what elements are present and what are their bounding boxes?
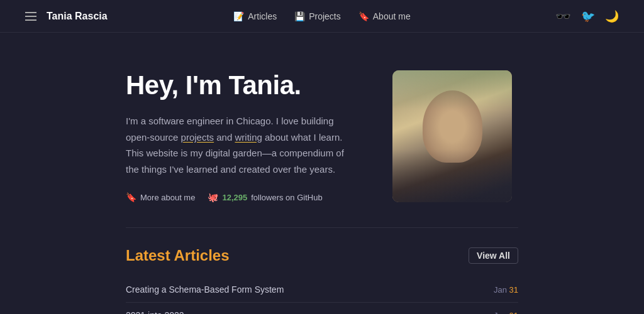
dark-mode-button[interactable]: 🌙 <box>605 9 619 23</box>
articles-section-title: Latest Articles <box>126 247 230 264</box>
hamburger-menu[interactable] <box>25 12 36 21</box>
description-middle: and <box>214 132 235 143</box>
nav-right: 🕶️ 🐦 🌙 <box>470 9 619 24</box>
article-date-1: Jan 01 <box>494 311 518 315</box>
article-month-1: Jan <box>494 311 507 315</box>
article-day-1: 01 <box>509 311 518 315</box>
article-title-1: 2021 into 2022 <box>126 310 184 314</box>
github-suffix: followers on GitHub <box>251 193 322 202</box>
github-followers: 🐙 12,295 followers on GitHub <box>208 192 322 202</box>
twitter-button[interactable]: 🐦 <box>581 9 595 23</box>
articles-header: Latest Articles View All <box>126 247 518 264</box>
hero-description: I'm a software engineer in Chicago. I lo… <box>126 113 355 177</box>
articles-icon: 📝 <box>233 11 244 21</box>
more-about-icon: 🔖 <box>126 192 136 202</box>
hero-title: Hey, I'm Tania. <box>126 70 355 100</box>
hero-section: Hey, I'm Tania. I'm a software engineer … <box>0 33 644 227</box>
writing-link[interactable]: writing <box>235 132 262 143</box>
view-all-button[interactable]: View All <box>469 247 518 264</box>
nav-left: Tania Rascia <box>25 11 174 22</box>
nav-label-articles: Articles <box>248 11 277 21</box>
navbar: Tania Rascia 📝 Articles 💾 Projects 🔖 Abo… <box>0 0 644 33</box>
article-row: Creating a Schema-Based Form System Jan … <box>126 277 518 303</box>
site-title: Tania Rascia <box>47 11 108 22</box>
article-title-0: Creating a Schema-Based Form System <box>126 284 284 295</box>
glasses-button[interactable]: 🕶️ <box>555 9 571 24</box>
projects-icon: 💾 <box>294 11 305 21</box>
hero-links: 🔖 More about me 🐙 12,295 followers on Gi… <box>126 192 355 202</box>
nav-link-about[interactable]: 🔖 About me <box>358 11 411 21</box>
hero-image-wrapper <box>392 70 518 202</box>
nav-link-articles[interactable]: 📝 Articles <box>233 11 277 21</box>
nav-center: 📝 Articles 💾 Projects 🔖 About me <box>174 11 470 21</box>
article-row: 2021 into 2022 Jan 01 <box>126 303 518 314</box>
projects-link[interactable]: projects <box>181 132 214 143</box>
nav-label-projects: Projects <box>309 11 341 21</box>
articles-section: Latest Articles View All Creating a Sche… <box>0 228 644 314</box>
article-day-0: 31 <box>509 285 518 295</box>
article-month-0: Jan <box>494 285 507 295</box>
nav-label-about: About me <box>373 11 411 21</box>
nav-link-projects[interactable]: 💾 Projects <box>294 11 341 21</box>
more-about-link[interactable]: 🔖 More about me <box>126 192 195 202</box>
more-about-label: More about me <box>140 193 195 202</box>
github-count: 12,295 <box>222 193 247 202</box>
article-date-0: Jan 31 <box>494 285 518 295</box>
hero-image <box>392 70 512 202</box>
github-icon: 🐙 <box>208 192 218 202</box>
hero-content: Hey, I'm Tania. I'm a software engineer … <box>126 70 355 202</box>
photo-simulation <box>392 70 512 202</box>
about-icon: 🔖 <box>358 11 369 21</box>
